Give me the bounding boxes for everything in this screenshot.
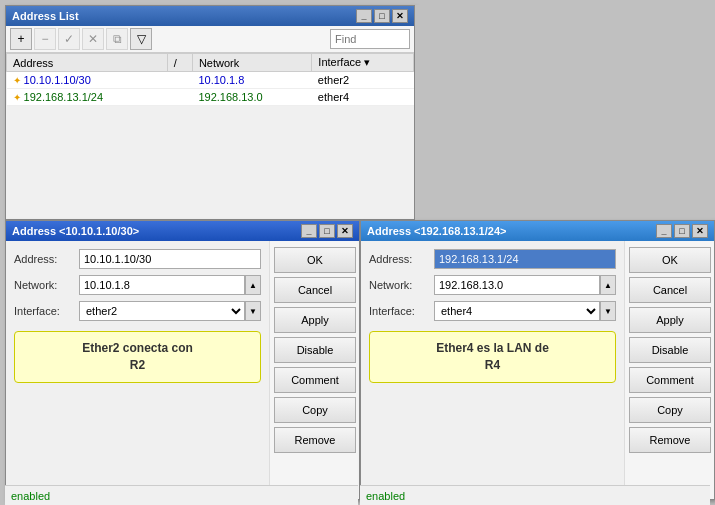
status-bar-left: enabled [5, 485, 358, 505]
cancel-toolbar-button[interactable]: ✕ [82, 28, 104, 50]
col-interface[interactable]: Interface ▾ [312, 54, 414, 72]
maximize-button[interactable]: □ [319, 224, 335, 238]
disable-button[interactable]: Disable [629, 337, 711, 363]
dialog-left-controls: _ □ ✕ [301, 224, 353, 238]
dialog-right-content: Address: Network: ▲ Interface: ether4 ▼ [361, 241, 714, 499]
dialog-left-title-text: Address <10.10.1.10/30> [12, 225, 139, 237]
cancel-button[interactable]: Cancel [274, 277, 356, 303]
cancel-button[interactable]: Cancel [629, 277, 711, 303]
address-list-window: Address List _ □ ✕ + − ✓ ✕ ⧉ ▽ Address /… [5, 5, 415, 220]
interface-select[interactable]: ether2 [79, 301, 245, 321]
col-slash: / [167, 54, 192, 72]
network-field-row: Network: ▲ [369, 275, 616, 295]
copy-toolbar-button[interactable]: ⧉ [106, 28, 128, 50]
dialog-right-controls: _ □ ✕ [656, 224, 708, 238]
table-row[interactable]: ✦ 192.168.13.1/24 192.168.13.0 ether4 [7, 89, 414, 106]
add-button[interactable]: + [10, 28, 32, 50]
interface-dropdown-container: ether2 ▼ [79, 301, 261, 321]
dialog-right-title-text: Address <192.168.13.1/24> [367, 225, 506, 237]
network-cell: 10.10.1.8 [192, 72, 311, 89]
dialog-right-title: Address <192.168.13.1/24> _ □ ✕ [361, 221, 714, 241]
address-field-row: Address: [14, 249, 261, 269]
dialog-right-buttons: OK Cancel Apply Disable Comment Copy Rem… [624, 241, 714, 499]
address-table-container: Address / Network Interface ▾ ✦ 10.10.1.… [6, 53, 414, 222]
col-address[interactable]: Address [7, 54, 168, 72]
network-field-with-arrow: ▲ [79, 275, 261, 295]
slash-cell [167, 72, 192, 89]
remove-button[interactable]: Remove [629, 427, 711, 453]
address-table: Address / Network Interface ▾ ✦ 10.10.1.… [6, 53, 414, 106]
address-list-title: Address List _ □ ✕ [6, 6, 414, 26]
interface-field-row: Interface: ether2 ▼ [14, 301, 261, 321]
address-cell: 10.10.1.10/30 [24, 74, 91, 86]
address-field-row: Address: [369, 249, 616, 269]
network-field-row: Network: ▲ [14, 275, 261, 295]
comment-button[interactable]: Comment [274, 367, 356, 393]
dialog-left-window: Address <10.10.1.10/30> _ □ ✕ Address: N… [5, 220, 360, 500]
interface-select[interactable]: ether4 [434, 301, 600, 321]
status-left-text: enabled [11, 490, 50, 502]
remove-button[interactable]: Remove [274, 427, 356, 453]
network-field-with-arrow: ▲ [434, 275, 616, 295]
minimize-button[interactable]: _ [656, 224, 672, 238]
apply-button[interactable]: Apply [629, 307, 711, 333]
minimize-button[interactable]: _ [356, 9, 372, 23]
left-tooltip: Ether2 conecta conR2 [14, 331, 261, 383]
maximize-button[interactable]: □ [674, 224, 690, 238]
address-cell: 192.168.13.1/24 [24, 91, 104, 103]
address-input[interactable] [434, 249, 616, 269]
table-row[interactable]: ✦ 10.10.1.10/30 10.10.1.8 ether2 [7, 72, 414, 89]
interface-dropdown-arrow[interactable]: ▼ [600, 301, 616, 321]
network-cell: 192.168.13.0 [192, 89, 311, 106]
find-input[interactable] [330, 29, 410, 49]
interface-label: Interface: [369, 305, 434, 317]
row-icon: ✦ [13, 92, 21, 103]
gray-area [415, 5, 710, 220]
interface-dropdown-arrow[interactable]: ▼ [245, 301, 261, 321]
dialog-left-buttons: OK Cancel Apply Disable Comment Copy Rem… [269, 241, 359, 499]
address-input[interactable] [79, 249, 261, 269]
network-input[interactable] [79, 275, 245, 295]
interface-cell: ether4 [312, 89, 414, 106]
close-button[interactable]: ✕ [692, 224, 708, 238]
dialog-left-title: Address <10.10.1.10/30> _ □ ✕ [6, 221, 359, 241]
apply-button[interactable]: Apply [274, 307, 356, 333]
copy-button[interactable]: Copy [274, 397, 356, 423]
network-label: Network: [14, 279, 79, 291]
address-label: Address: [14, 253, 79, 265]
close-button[interactable]: ✕ [392, 9, 408, 23]
dialog-left-fields: Address: Network: ▲ Interface: ether2 ▼ [6, 241, 269, 499]
address-list-controls: _ □ ✕ [356, 9, 408, 23]
status-bar-right: enabled [360, 485, 710, 505]
ok-button[interactable]: OK [274, 247, 356, 273]
remove-toolbar-button[interactable]: − [34, 28, 56, 50]
minimize-button[interactable]: _ [301, 224, 317, 238]
comment-button[interactable]: Comment [629, 367, 711, 393]
copy-button[interactable]: Copy [629, 397, 711, 423]
interface-cell: ether2 [312, 72, 414, 89]
col-network[interactable]: Network [192, 54, 311, 72]
network-up-arrow[interactable]: ▲ [600, 275, 616, 295]
network-label: Network: [369, 279, 434, 291]
dialog-right-window: Address <192.168.13.1/24> _ □ ✕ Address:… [360, 220, 715, 500]
edit-button[interactable]: ✓ [58, 28, 80, 50]
disable-button[interactable]: Disable [274, 337, 356, 363]
network-up-arrow[interactable]: ▲ [245, 275, 261, 295]
slash-cell [167, 89, 192, 106]
maximize-button[interactable]: □ [374, 9, 390, 23]
address-list-title-text: Address List [12, 10, 79, 22]
interface-field-row: Interface: ether4 ▼ [369, 301, 616, 321]
interface-dropdown-container: ether4 ▼ [434, 301, 616, 321]
status-right-text: enabled [366, 490, 405, 502]
toolbar: + − ✓ ✕ ⧉ ▽ [6, 26, 414, 53]
right-tooltip: Ether4 es la LAN deR4 [369, 331, 616, 383]
address-label: Address: [369, 253, 434, 265]
dialog-right-fields: Address: Network: ▲ Interface: ether4 ▼ [361, 241, 624, 499]
filter-button[interactable]: ▽ [130, 28, 152, 50]
interface-label: Interface: [14, 305, 79, 317]
ok-button[interactable]: OK [629, 247, 711, 273]
close-button[interactable]: ✕ [337, 224, 353, 238]
dialog-left-content: Address: Network: ▲ Interface: ether2 ▼ [6, 241, 359, 499]
network-input[interactable] [434, 275, 600, 295]
row-icon: ✦ [13, 75, 21, 86]
